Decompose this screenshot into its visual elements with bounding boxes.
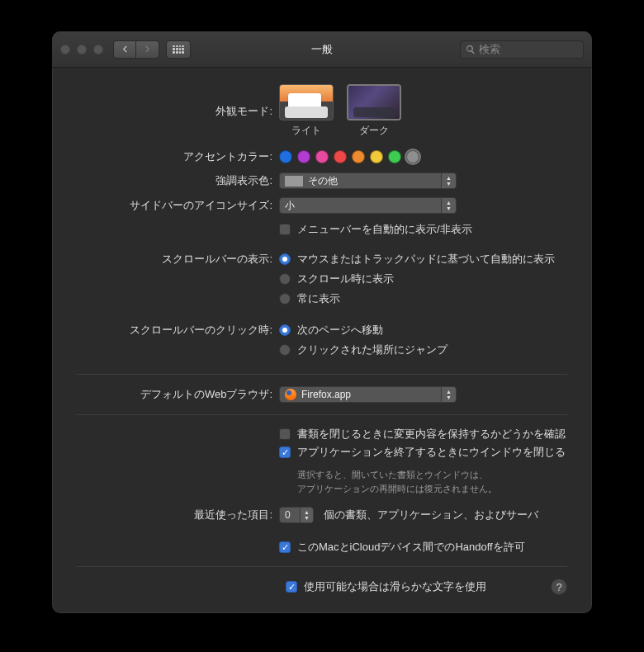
checkbox-icon xyxy=(279,541,291,553)
back-button[interactable] xyxy=(113,40,136,59)
radio-icon xyxy=(279,344,291,356)
appearance-light-label: ライト xyxy=(291,124,321,138)
traffic-lights xyxy=(60,45,103,54)
default-browser-label: デフォルトのWebブラウザ: xyxy=(77,387,279,402)
ask-save-checkbox[interactable]: 書類を閉じるときに変更内容を保持するかどうかを確認 xyxy=(279,427,566,442)
accent-color-label: アクセントカラー: xyxy=(77,149,279,164)
preferences-window: 一般 検索 外観モード: ライト xyxy=(52,31,592,613)
menubar-autohide-checkbox[interactable]: メニューバーを自動的に表示/非表示 xyxy=(279,222,472,237)
default-browser-value: Firefox.app xyxy=(301,389,351,400)
scrollbar-click-option-label: クリックされた場所にジャンプ xyxy=(297,343,447,357)
titlebar: 一般 検索 xyxy=(52,31,592,68)
close-window-button[interactable] xyxy=(60,45,70,54)
accent-swatch[interactable] xyxy=(279,150,292,163)
search-icon xyxy=(466,45,476,54)
firefox-icon xyxy=(285,389,296,400)
select-arrows-icon: ▲▼ xyxy=(441,198,456,213)
highlight-color-select[interactable]: その他 ▲▼ xyxy=(279,172,457,189)
highlight-swatch-icon xyxy=(285,176,303,187)
select-arrows-icon: ▲▼ xyxy=(441,387,456,402)
scrollbar-show-option-label: マウスまたはトラックパッドに基づいて自動的に表示 xyxy=(297,252,555,267)
scrollbar-show-option-label: 常に表示 xyxy=(297,291,340,306)
search-placeholder: 検索 xyxy=(479,42,500,57)
scrollbar-show-label: スクロールバーの表示: xyxy=(77,252,279,267)
close-windows-hint: 選択すると、開いていた書類とウインドウは、 アプリケーションの再開時には復元され… xyxy=(297,468,497,495)
help-button[interactable]: ? xyxy=(551,579,567,595)
accent-swatch[interactable] xyxy=(370,150,383,163)
divider xyxy=(77,374,567,375)
radio-icon xyxy=(279,293,291,305)
scrollbar-show-option[interactable]: 常に表示 xyxy=(279,291,555,306)
scrollbar-click-option-label: 次のページへ移動 xyxy=(297,323,383,338)
minimize-window-button[interactable] xyxy=(77,45,87,54)
accent-swatch[interactable] xyxy=(297,150,310,163)
scrollbar-show-option[interactable]: スクロール時に表示 xyxy=(279,272,555,286)
scrollbar-show-option[interactable]: マウスまたはトラックパッドに基づいて自動的に表示 xyxy=(279,252,555,267)
menubar-autohide-label: メニューバーを自動的に表示/非表示 xyxy=(297,222,472,237)
search-field[interactable]: 検索 xyxy=(460,40,584,59)
accent-swatch[interactable] xyxy=(315,150,329,163)
accent-swatch[interactable] xyxy=(388,150,401,163)
recent-items-label: 最近使った項目: xyxy=(77,508,279,522)
close-windows-checkbox[interactable]: アプリケーションを終了するときにウインドウを閉じる xyxy=(279,445,566,460)
accent-swatch[interactable] xyxy=(352,150,365,163)
radio-icon xyxy=(279,253,291,265)
accent-swatch[interactable] xyxy=(334,150,347,163)
sidebar-size-label: サイドバーのアイコンサイズ: xyxy=(77,198,279,213)
checkbox-icon xyxy=(286,581,297,593)
checkbox-icon xyxy=(279,224,291,235)
divider xyxy=(77,414,567,415)
divider xyxy=(77,566,567,567)
select-arrows-icon: ▲▼ xyxy=(441,173,456,188)
accent-color-swatches xyxy=(279,150,419,163)
stepper-arrows-icon: ▲▼ xyxy=(300,508,313,522)
scrollbar-show-option-label: スクロール時に表示 xyxy=(297,272,394,286)
handoff-checkbox[interactable]: このMacとiCloudデバイス間でのHandoffを許可 xyxy=(279,540,525,555)
content-area: 外観モード: ライト ダーク xyxy=(52,68,592,613)
appearance-light-thumb xyxy=(279,84,334,120)
scrollbar-click-label: スクロールバーのクリック時: xyxy=(77,323,279,338)
checkbox-icon xyxy=(279,446,291,458)
highlight-color-label: 強調表示色: xyxy=(77,173,279,188)
appearance-light[interactable]: ライト xyxy=(279,84,334,138)
zoom-window-button[interactable] xyxy=(93,45,103,54)
scrollbar-click-option[interactable]: 次のページへ移動 xyxy=(279,323,447,338)
scrollbar-click-option[interactable]: クリックされた場所にジャンプ xyxy=(279,343,447,357)
font-smoothing-label: 使用可能な場合は滑らかな文字を使用 xyxy=(304,579,486,594)
sidebar-size-select[interactable]: 小 ▲▼ xyxy=(279,197,457,214)
radio-icon xyxy=(279,273,291,285)
recent-items-suffix: 個の書類、アプリケーション、およびサーバ xyxy=(324,508,538,522)
ask-save-label: 書類を閉じるときに変更内容を保持するかどうかを確認 xyxy=(297,427,566,442)
appearance-dark-label: ダーク xyxy=(359,124,389,138)
font-smoothing-checkbox[interactable]: 使用可能な場合は滑らかな文字を使用 xyxy=(286,579,486,594)
nav-buttons xyxy=(113,40,159,59)
sidebar-size-value: 小 xyxy=(285,199,295,213)
handoff-label: このMacとiCloudデバイス間でのHandoffを許可 xyxy=(297,540,525,555)
accent-swatch[interactable] xyxy=(406,150,419,163)
recent-items-stepper[interactable]: 0 ▲▼ xyxy=(279,507,314,523)
show-all-button[interactable] xyxy=(166,40,191,59)
appearance-dark-thumb xyxy=(347,84,401,120)
forward-button[interactable] xyxy=(136,40,159,59)
appearance-label: 外観モード: xyxy=(77,104,279,119)
highlight-value: その他 xyxy=(308,174,338,188)
default-browser-select[interactable]: Firefox.app ▲▼ xyxy=(279,386,457,403)
close-windows-label: アプリケーションを終了するときにウインドウを閉じる xyxy=(297,445,566,460)
recent-items-value: 0 xyxy=(285,509,291,521)
appearance-dark[interactable]: ダーク xyxy=(347,84,401,138)
checkbox-icon xyxy=(279,428,291,440)
radio-icon xyxy=(279,324,291,336)
